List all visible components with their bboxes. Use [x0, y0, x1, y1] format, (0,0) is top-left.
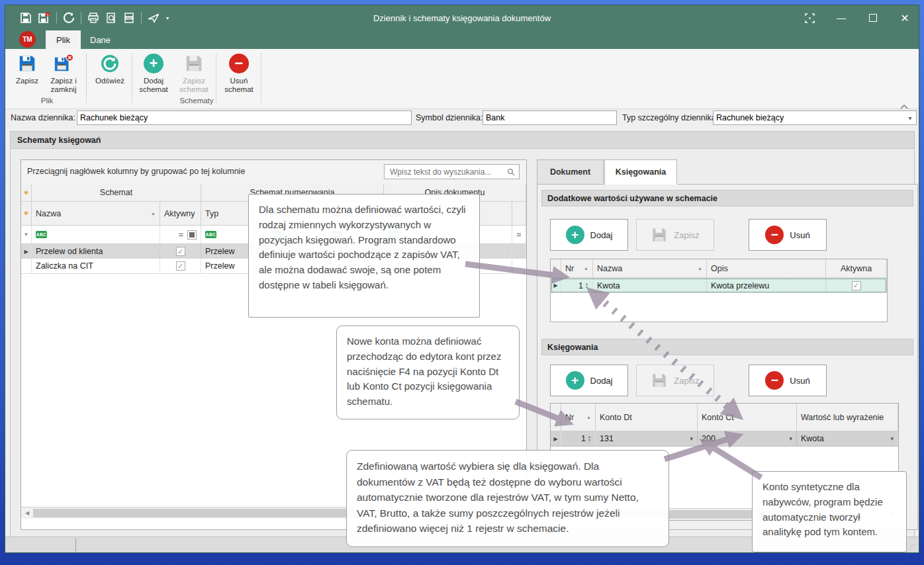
journal-type-label: Typ szczególny dziennika:: [622, 113, 718, 122]
col-extra: [512, 202, 526, 226]
print-preview-icon[interactable]: [105, 12, 117, 24]
search-input[interactable]: [389, 167, 507, 177]
checkbox-checked[interactable]: ✓: [176, 247, 185, 256]
ribbon-group-schematy: Schematy: [135, 97, 258, 105]
combo-caret-icon: ▾: [690, 435, 693, 442]
delete-posting-button[interactable]: − Usuń: [749, 365, 827, 396]
export-pdf-icon[interactable]: PDF: [123, 12, 135, 24]
checkbox-checked[interactable]: ✓: [176, 261, 185, 271]
save-posting-button[interactable]: Zapisz: [636, 365, 714, 396]
grid-indicator-col: [551, 259, 561, 278]
col-nr[interactable]: Nr▲: [561, 404, 596, 431]
add-icon: +: [144, 54, 163, 73]
filter-aktywny[interactable]: =: [160, 226, 201, 244]
col-wartosc[interactable]: Wartość lub wyrażenie: [797, 404, 898, 431]
equals-filter-icon: =: [516, 230, 521, 239]
cell-nazwa[interactable]: Kwota: [593, 278, 707, 293]
cell-aktywny[interactable]: ✓: [160, 259, 201, 273]
band-indicator-cell: ✱: [21, 184, 32, 202]
save-schema-button[interactable]: Zapisz schemat: [173, 52, 214, 97]
row-pointer-icon: ▶: [551, 431, 561, 446]
tab-dane[interactable]: Dane: [79, 30, 121, 49]
add-icon: +: [566, 371, 584, 390]
journal-symbol-input[interactable]: [483, 110, 617, 125]
refresh-icon[interactable]: [63, 12, 75, 24]
delete-value-button[interactable]: − Usuń: [749, 219, 827, 251]
col-aktywna[interactable]: Aktywna: [826, 259, 887, 278]
save-close-icon[interactable]: x: [38, 12, 50, 24]
spinner-down-icon: ▼: [585, 286, 588, 289]
band-schemat[interactable]: Schemat: [32, 184, 201, 202]
checkbox-checked[interactable]: ✓: [852, 281, 861, 290]
funnel-icon: ▼: [24, 232, 29, 238]
titlebar: x PDF ▾ Dziennik i schematy księgowania …: [5, 5, 919, 30]
cell-aktywna[interactable]: ✓: [826, 278, 887, 293]
journal-name-input[interactable]: [77, 110, 412, 125]
send-icon[interactable]: [148, 13, 160, 24]
cell-wartosc[interactable]: Kwota▾: [797, 431, 898, 446]
save-icon: [651, 226, 668, 243]
tab-dokument[interactable]: Dokument: [537, 159, 604, 185]
delete-icon: −: [765, 371, 784, 390]
cell-aktywny[interactable]: ✓: [160, 244, 201, 259]
col-aktywny[interactable]: Aktywny: [160, 202, 201, 226]
print-icon[interactable]: [87, 12, 99, 24]
save-and-close-button[interactable]: Zapisz i zamknij: [44, 52, 83, 97]
cell-konto-ct[interactable]: 200▾: [698, 431, 797, 446]
maximize-button[interactable]: [866, 11, 880, 25]
combo-caret-icon[interactable]: ▾: [904, 110, 916, 125]
col-nazwa[interactable]: Nazwa▲: [32, 202, 160, 226]
add-posting-button[interactable]: + Dodaj: [550, 365, 628, 396]
col-konto-ct[interactable]: Konto Ct: [698, 404, 797, 431]
search-box[interactable]: [384, 164, 520, 179]
save-button[interactable]: Zapisz: [11, 52, 44, 97]
close-button[interactable]: ✕: [898, 11, 912, 25]
table-row[interactable]: ▶ 1▲▼ 131▾ 200▾ Kwota▾: [551, 431, 898, 447]
table-row[interactable]: ▶ 1▲▼ Kwota Kwota przelewu ✓: [551, 278, 887, 293]
col-opis[interactable]: Opis: [707, 259, 826, 278]
filter-nazwa[interactable]: ABC: [32, 226, 160, 244]
filter-extra[interactable]: =: [512, 226, 526, 244]
ribbon-separator: [132, 53, 132, 103]
add-value-button[interactable]: + Dodaj: [550, 219, 628, 251]
groupby-panel[interactable]: Przeciągnij nagłówek kolumny by grupować…: [21, 160, 526, 185]
cell-nazwa[interactable]: Przelew od klienta: [32, 244, 160, 259]
toolbar-separator: [141, 12, 142, 24]
scroll-left-button[interactable]: ◀: [22, 508, 32, 518]
ribbon: Zapisz Zapisz i zamknij Odśwież + Dodaj …: [5, 49, 919, 109]
save-value-button[interactable]: Zapisz: [636, 219, 714, 251]
save-icon[interactable]: [20, 12, 32, 24]
journal-name-label: Nazwa dziennika:: [11, 113, 75, 122]
postings-section-header: Księgowania: [541, 339, 913, 355]
combo-caret-icon: ▾: [890, 435, 894, 442]
combo-caret-icon: ▾: [789, 435, 792, 442]
send-dropdown-caret-icon[interactable]: ▾: [166, 15, 169, 21]
cell-nazwa[interactable]: Zaliczka na CIT: [32, 259, 160, 273]
sort-asc-icon: ▲: [698, 266, 702, 271]
delete-schema-button[interactable]: − Usuń schemat: [220, 52, 258, 97]
ribbon-separator: [216, 53, 216, 103]
col-nr[interactable]: Nr▲: [561, 259, 593, 278]
journal-type-combobox[interactable]: Rachunek bieżący: [713, 110, 917, 125]
cell-nr[interactable]: 1▲▼: [561, 278, 593, 293]
row-pointer-icon: ▶: [551, 278, 561, 293]
add-schema-button[interactable]: + Dodaj schemat: [135, 52, 172, 97]
col-nazwa[interactable]: Nazwa▲: [593, 259, 707, 278]
col-indicator-cell: ✱: [21, 202, 32, 226]
cell-opis[interactable]: Kwota przelewu: [707, 278, 826, 293]
tab-plik[interactable]: Plik: [46, 30, 81, 49]
equals-filter-icon: =: [179, 230, 183, 239]
filter-checkbox[interactable]: [187, 230, 197, 239]
col-konto-dt[interactable]: Konto Dt: [596, 404, 698, 431]
tab-ksiegowania[interactable]: Księgowania: [604, 159, 677, 185]
refresh-button[interactable]: Odśwież: [90, 52, 130, 97]
minimize-button[interactable]: —: [834, 11, 849, 25]
fit-window-icon[interactable]: [802, 11, 817, 25]
cell-nr[interactable]: 1▲▼: [561, 431, 596, 446]
ribbon-separator: [261, 53, 261, 103]
save-icon: [651, 372, 668, 389]
cell-konto-dt[interactable]: 131▾: [596, 431, 698, 446]
abc-filter-icon: ABC: [205, 231, 216, 238]
app-logo[interactable]: TM: [19, 31, 36, 48]
asterisk-icon: ✱: [24, 210, 28, 216]
